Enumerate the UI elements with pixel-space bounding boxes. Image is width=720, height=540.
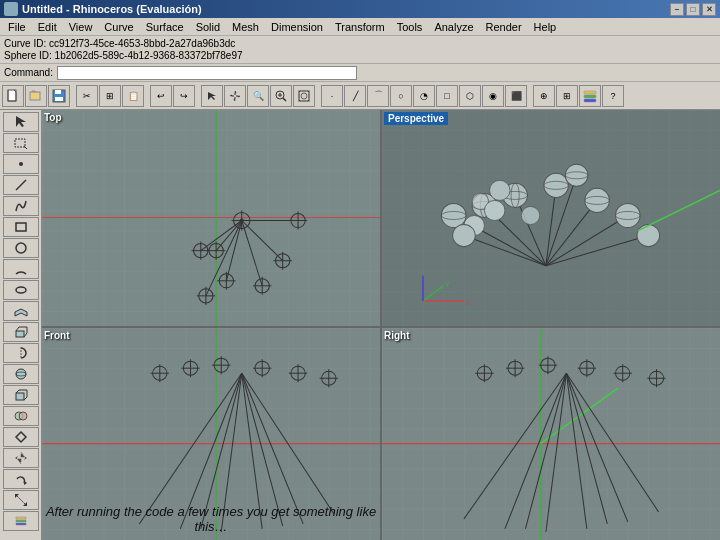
lt-layers[interactable] — [3, 511, 39, 531]
svg-point-27 — [19, 412, 27, 420]
tb-sep-5 — [528, 85, 532, 107]
tb-select[interactable] — [201, 85, 223, 107]
tb-box[interactable]: ⬛ — [505, 85, 527, 107]
minimize-button[interactable]: − — [670, 3, 684, 16]
viewport-top[interactable]: Top x y — [42, 110, 380, 326]
svg-point-10 — [301, 93, 307, 99]
menu-bar: File Edit View Curve Surface Solid Mesh … — [0, 18, 720, 36]
svg-rect-143 — [382, 328, 720, 540]
menu-view[interactable]: View — [63, 20, 99, 34]
lt-ellipse[interactable] — [3, 280, 39, 300]
tb-arc[interactable]: ◔ — [413, 85, 435, 107]
info-bar: Curve ID: cc912f73-45ce-4653-8bbd-2a27da… — [0, 36, 720, 64]
lt-select-window[interactable] — [3, 133, 39, 153]
tb-snap[interactable]: ⊕ — [533, 85, 555, 107]
svg-point-104 — [565, 164, 588, 186]
svg-line-16 — [16, 180, 26, 190]
menu-mesh[interactable]: Mesh — [226, 20, 265, 34]
viewport-top-canvas: x y — [42, 110, 380, 326]
lt-sphere[interactable] — [3, 364, 39, 384]
lt-curve[interactable] — [3, 196, 39, 216]
menu-dimension[interactable]: Dimension — [265, 20, 329, 34]
lt-extrude[interactable] — [3, 322, 39, 342]
tb-sphere[interactable]: ◉ — [482, 85, 504, 107]
svg-text:x: x — [144, 221, 149, 231]
tb-paste[interactable]: 📋 — [122, 85, 144, 107]
lt-move[interactable] — [3, 448, 39, 468]
viewport-perspective[interactable]: Perspective x y — [382, 110, 720, 326]
toolbar: ✂ ⊞ 📋 ↩ ↪ 🔍 · ╱ ⌒ ○ ◔ □ ⬡ ◉ ⬛ ⊕ ⊞ ? — [0, 82, 720, 110]
tb-cut[interactable]: ✂ — [76, 85, 98, 107]
lt-boolean[interactable] — [3, 406, 39, 426]
lt-rect[interactable] — [3, 217, 39, 237]
viewport-front[interactable]: Front x z — [42, 328, 380, 540]
menu-transform[interactable]: Transform — [329, 20, 391, 34]
svg-text:y: y — [464, 447, 469, 457]
tb-zoom-ext[interactable] — [293, 85, 315, 107]
svg-rect-24 — [16, 393, 24, 400]
tb-undo[interactable]: ↩ — [150, 85, 172, 107]
tb-surface[interactable]: ⬡ — [459, 85, 481, 107]
svg-point-95 — [585, 188, 610, 212]
tb-circle[interactable]: ○ — [390, 85, 412, 107]
tb-osnap[interactable]: ⊞ — [556, 85, 578, 107]
tb-pan[interactable] — [224, 85, 246, 107]
menu-help[interactable]: Help — [528, 20, 563, 34]
lt-rotate[interactable] — [3, 469, 39, 489]
viewport-top-label: Top — [44, 112, 62, 123]
viewport-right[interactable]: Right y z — [382, 328, 720, 540]
tb-layer[interactable] — [579, 85, 601, 107]
menu-file[interactable]: File — [2, 20, 32, 34]
menu-render[interactable]: Render — [480, 20, 528, 34]
lt-transform[interactable] — [3, 427, 39, 447]
maximize-button[interactable]: □ — [686, 3, 700, 16]
svg-text:z: z — [548, 521, 553, 531]
lt-line[interactable] — [3, 175, 39, 195]
tb-copy[interactable]: ⊞ — [99, 85, 121, 107]
lt-point[interactable] — [3, 154, 39, 174]
tb-redo[interactable]: ↪ — [173, 85, 195, 107]
viewport-perspective-label: Perspective — [384, 112, 448, 125]
tb-new[interactable] — [2, 85, 24, 107]
svg-rect-31 — [16, 523, 26, 525]
main-area: Top x y — [0, 110, 720, 540]
tb-rect[interactable]: □ — [436, 85, 458, 107]
command-input[interactable] — [57, 66, 357, 80]
lt-scale[interactable] — [3, 490, 39, 510]
tb-point[interactable]: · — [321, 85, 343, 107]
lt-select-arrow[interactable] — [3, 112, 39, 132]
window-controls: − □ ✕ — [670, 3, 716, 16]
tb-line[interactable]: ╱ — [344, 85, 366, 107]
svg-rect-17 — [16, 223, 26, 231]
svg-point-107 — [521, 206, 539, 224]
close-button[interactable]: ✕ — [702, 3, 716, 16]
sphere-id: Sphere ID: 1b2062d5-589c-4b12-9368-83372… — [4, 50, 716, 62]
svg-point-106 — [453, 225, 476, 247]
viewport-right-label: Right — [384, 330, 410, 341]
lt-box[interactable] — [3, 385, 39, 405]
lt-arc[interactable] — [3, 259, 39, 279]
menu-tools[interactable]: Tools — [391, 20, 429, 34]
tb-save[interactable] — [48, 85, 70, 107]
svg-rect-0 — [8, 90, 16, 101]
menu-surface[interactable]: Surface — [140, 20, 190, 34]
lt-surface[interactable] — [3, 301, 39, 321]
svg-point-18 — [16, 243, 26, 253]
menu-curve[interactable]: Curve — [98, 20, 139, 34]
tb-zoom[interactable]: 🔍 — [247, 85, 269, 107]
lt-circle[interactable] — [3, 238, 39, 258]
tb-polyline[interactable]: ⌒ — [367, 85, 389, 107]
menu-analyze[interactable]: Analyze — [428, 20, 479, 34]
svg-point-108 — [490, 180, 510, 200]
tb-open[interactable] — [25, 85, 47, 107]
tb-sep-1 — [71, 85, 75, 107]
app-icon — [4, 2, 18, 16]
menu-edit[interactable]: Edit — [32, 20, 63, 34]
svg-point-97 — [616, 203, 641, 227]
svg-point-102 — [441, 203, 466, 227]
lt-revolve[interactable] — [3, 343, 39, 363]
tb-help[interactable]: ? — [602, 85, 624, 107]
tb-zoom-window[interactable] — [270, 85, 292, 107]
tb-sep-4 — [316, 85, 320, 107]
menu-solid[interactable]: Solid — [190, 20, 226, 34]
